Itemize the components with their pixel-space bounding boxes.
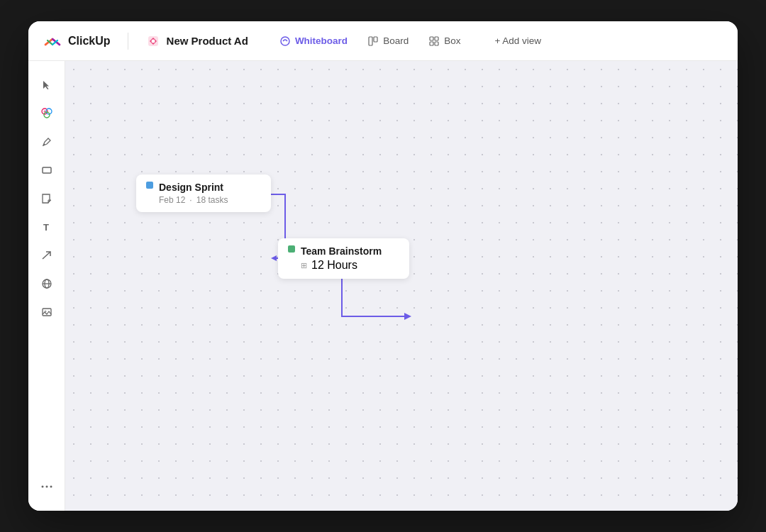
project-name[interactable]: New Product Ad xyxy=(145,33,248,49)
svg-rect-3 xyxy=(369,37,372,45)
tab-box-label: Box xyxy=(444,35,460,46)
more-icon xyxy=(41,485,52,488)
sticky-note-icon xyxy=(41,193,52,204)
rectangle-icon xyxy=(41,165,52,176)
tool-text[interactable]: T xyxy=(34,214,60,240)
card-dot-blue xyxy=(146,182,153,189)
add-view-button[interactable]: + Add view xyxy=(486,31,550,50)
svg-point-20 xyxy=(45,486,48,488)
arrow-icon xyxy=(41,250,52,261)
text-icon: T xyxy=(41,221,52,233)
logo[interactable]: ClickUp xyxy=(43,31,111,51)
svg-text:T: T xyxy=(43,222,49,233)
tool-sticky[interactable] xyxy=(34,186,60,211)
svg-point-1 xyxy=(151,39,155,43)
box-icon xyxy=(428,35,440,47)
project-icon xyxy=(145,33,161,49)
card-content: Design Sprint Feb 12 · 18 tasks xyxy=(159,182,228,205)
project-name-text: New Product Ad xyxy=(167,35,248,47)
svg-rect-4 xyxy=(374,37,377,42)
design-sprint-card[interactable]: Design Sprint Feb 12 · 18 tasks xyxy=(136,174,271,212)
main-layout: T xyxy=(28,61,738,511)
hours-icon: ⊞ xyxy=(301,261,307,270)
design-sprint-tasks: 18 tasks xyxy=(196,195,228,205)
board-icon xyxy=(367,35,379,47)
globe-icon xyxy=(41,278,52,289)
svg-rect-5 xyxy=(430,37,433,40)
svg-rect-13 xyxy=(43,167,51,173)
card-content-brainstorm: Team Brainstorm ⊞ 12 Hours xyxy=(301,245,382,272)
cursor-icon xyxy=(41,79,52,91)
svg-rect-8 xyxy=(435,42,438,45)
tool-magic[interactable] xyxy=(34,101,60,126)
design-sprint-dot-sep: · xyxy=(189,195,192,205)
arrows-svg xyxy=(65,61,738,511)
card-dot-green xyxy=(288,245,295,253)
team-brainstorm-body: ⊞ 12 Hours xyxy=(301,259,382,272)
tool-cursor[interactable] xyxy=(34,72,60,98)
card-header: Design Sprint Feb 12 · 18 tasks xyxy=(146,182,261,205)
image-icon xyxy=(41,306,52,318)
header: ClickUp New Product Ad Whiteboard xyxy=(28,21,738,61)
add-view-label: + Add view xyxy=(494,35,541,46)
svg-marker-23 xyxy=(404,313,411,320)
team-brainstorm-card[interactable]: Team Brainstorm ⊞ 12 Hours xyxy=(278,238,409,279)
nav-tabs: Whiteboard Board Box xyxy=(271,31,470,51)
tool-arrow[interactable] xyxy=(34,243,60,268)
tab-whiteboard-label: Whiteboard xyxy=(295,35,348,46)
left-sidebar: T xyxy=(28,61,65,511)
svg-rect-6 xyxy=(435,37,438,40)
nav-divider xyxy=(128,33,128,50)
tab-box[interactable]: Box xyxy=(420,31,469,51)
clickup-logo-icon xyxy=(43,31,62,51)
card-header-brainstorm: Team Brainstorm ⊞ 12 Hours xyxy=(288,245,399,272)
logo-text: ClickUp xyxy=(68,35,111,48)
pen-icon xyxy=(41,136,52,148)
design-sprint-title: Design Sprint xyxy=(159,182,228,193)
svg-point-12 xyxy=(43,111,45,113)
svg-point-21 xyxy=(50,486,52,488)
tab-board-label: Board xyxy=(383,35,409,46)
team-brainstorm-hours: 12 Hours xyxy=(311,259,357,272)
app-container: ClickUp New Product Ad Whiteboard xyxy=(28,21,738,511)
tool-rectangle[interactable] xyxy=(34,157,60,183)
svg-point-19 xyxy=(41,486,43,488)
tab-whiteboard[interactable]: Whiteboard xyxy=(271,31,356,51)
team-brainstorm-title: Team Brainstorm xyxy=(301,245,382,257)
svg-rect-7 xyxy=(430,42,433,45)
design-sprint-date: Feb 12 xyxy=(159,195,185,205)
tool-pen[interactable] xyxy=(34,129,60,155)
svg-point-2 xyxy=(281,37,289,45)
tool-globe[interactable] xyxy=(34,271,60,297)
tool-more[interactable] xyxy=(34,474,60,499)
tool-image[interactable] xyxy=(34,299,60,325)
tab-board[interactable]: Board xyxy=(359,31,417,51)
design-sprint-subtitle: Feb 12 · 18 tasks xyxy=(159,195,228,205)
magic-icon xyxy=(40,107,53,120)
canvas[interactable]: Design Sprint Feb 12 · 18 tasks Team Bra… xyxy=(65,61,738,511)
whiteboard-icon xyxy=(279,35,291,47)
svg-marker-22 xyxy=(271,255,277,261)
